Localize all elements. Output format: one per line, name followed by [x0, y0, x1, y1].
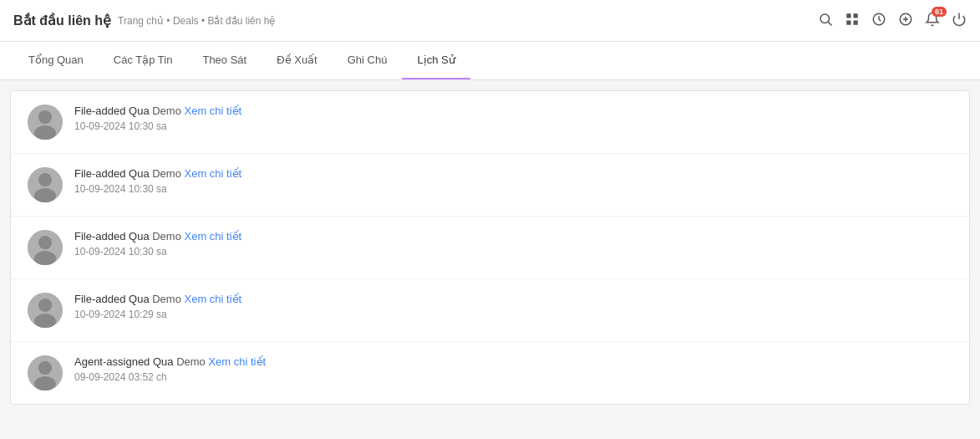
action-label: Agent-assigned — [74, 355, 153, 368]
header: Bắt đầu liên hệ Trang chủ • Deals • Bắt … — [0, 0, 980, 42]
breadcrumb: Trang chủ • Deals • Bắt đầu liên hệ — [118, 15, 275, 27]
channel-label: Demo — [176, 355, 208, 368]
plus-icon[interactable] — [898, 12, 913, 30]
grid-icon[interactable] — [845, 12, 860, 30]
channel-label: Demo — [152, 230, 184, 242]
item-text: File-added Qua Demo Xem chi tiết — [74, 230, 952, 242]
item-date: 09-09-2024 03:52 ch — [74, 371, 952, 383]
history-item-1: File-added Qua Demo Xem chi tiết 10-09-2… — [11, 154, 969, 217]
tab-ghi-chu[interactable]: Ghi Chú — [333, 42, 403, 79]
avatar — [28, 230, 63, 265]
avatar — [28, 105, 63, 140]
channel-label: Demo — [152, 167, 184, 180]
avatar — [28, 293, 63, 328]
svg-point-14 — [38, 110, 52, 124]
view-link[interactable]: Xem chi tiết — [185, 230, 242, 242]
view-link[interactable]: Xem chi tiết — [185, 105, 242, 117]
svg-point-17 — [38, 173, 52, 186]
header-icons: 61 — [818, 12, 967, 30]
tab-theo-sat[interactable]: Theo Sát — [187, 42, 262, 79]
item-text: File-added Qua Demo Xem chi tiết — [74, 167, 952, 180]
item-content: Agent-assigned Qua Demo Xem chi tiết 09-… — [74, 355, 952, 383]
via-label: Qua — [129, 105, 152, 117]
svg-line-8 — [879, 19, 881, 21]
item-date: 10-09-2024 10:29 sa — [74, 309, 952, 320]
history-content: File-added Qua Demo Xem chi tiết 10-09-2… — [10, 90, 970, 405]
svg-point-26 — [38, 361, 52, 375]
search-icon[interactable] — [818, 12, 833, 30]
via-label: Qua — [129, 230, 152, 242]
svg-rect-5 — [854, 20, 858, 24]
item-date: 10-09-2024 10:30 sa — [74, 246, 952, 258]
header-left: Bắt đầu liên hệ Trang chủ • Deals • Bắt … — [13, 13, 275, 28]
history-item-4: Agent-assigned Qua Demo Xem chi tiết 09-… — [11, 342, 969, 404]
avatar — [28, 355, 63, 391]
item-text: Agent-assigned Qua Demo Xem chi tiết — [74, 355, 952, 368]
clock-icon[interactable] — [871, 12, 886, 30]
action-label: File-added — [74, 105, 129, 117]
action-label: File-added — [74, 230, 129, 242]
item-date: 10-09-2024 10:30 sa — [74, 183, 952, 195]
svg-point-20 — [38, 236, 52, 249]
tab-tong-quan[interactable]: Tổng Quan — [13, 42, 99, 79]
history-item-3: File-added Qua Demo Xem chi tiết 10-09-2… — [11, 279, 969, 342]
svg-rect-4 — [846, 20, 851, 24]
notification-count: 61 — [932, 7, 947, 17]
svg-rect-2 — [846, 13, 851, 18]
item-content: File-added Qua Demo Xem chi tiết 10-09-2… — [74, 167, 952, 195]
bell-icon[interactable]: 61 — [925, 12, 940, 30]
item-text: File-added Qua Demo Xem chi tiết — [74, 105, 952, 117]
action-label: File-added — [74, 293, 129, 305]
item-date: 10-09-2024 10:30 sa — [74, 120, 952, 132]
view-link[interactable]: Xem chi tiết — [208, 355, 266, 368]
svg-point-23 — [38, 299, 52, 312]
svg-line-1 — [828, 22, 831, 25]
history-item-2: File-added Qua Demo Xem chi tiết 10-09-2… — [11, 217, 969, 279]
page-title: Bắt đầu liên hệ — [13, 13, 111, 28]
tab-cac-tap-tin[interactable]: Các Tập Tin — [99, 42, 188, 79]
via-label: Qua — [129, 293, 152, 305]
channel-label: Demo — [152, 105, 184, 117]
item-text: File-added Qua Demo Xem chi tiết — [74, 293, 952, 305]
item-content: File-added Qua Demo Xem chi tiết 10-09-2… — [74, 230, 952, 258]
via-label: Qua — [129, 167, 152, 180]
avatar — [28, 167, 63, 202]
view-link[interactable]: Xem chi tiết — [185, 167, 242, 180]
history-item-0: File-added Qua Demo Xem chi tiết 10-09-2… — [11, 91, 969, 154]
tabs-bar: Tổng Quan Các Tập Tin Theo Sát Đề Xuất G… — [0, 42, 980, 80]
item-content: File-added Qua Demo Xem chi tiết 10-09-2… — [74, 105, 952, 132]
tab-lich-su[interactable]: Lịch Sử — [402, 42, 470, 79]
svg-rect-3 — [854, 13, 858, 18]
action-label: File-added — [74, 167, 129, 180]
channel-label: Demo — [152, 293, 184, 305]
svg-point-0 — [820, 14, 830, 23]
power-icon[interactable] — [952, 12, 967, 30]
view-link[interactable]: Xem chi tiết — [185, 293, 242, 305]
tab-de-xuat[interactable]: Đề Xuất — [262, 42, 333, 79]
via-label: Qua — [153, 355, 176, 368]
item-content: File-added Qua Demo Xem chi tiết 10-09-2… — [74, 293, 952, 320]
